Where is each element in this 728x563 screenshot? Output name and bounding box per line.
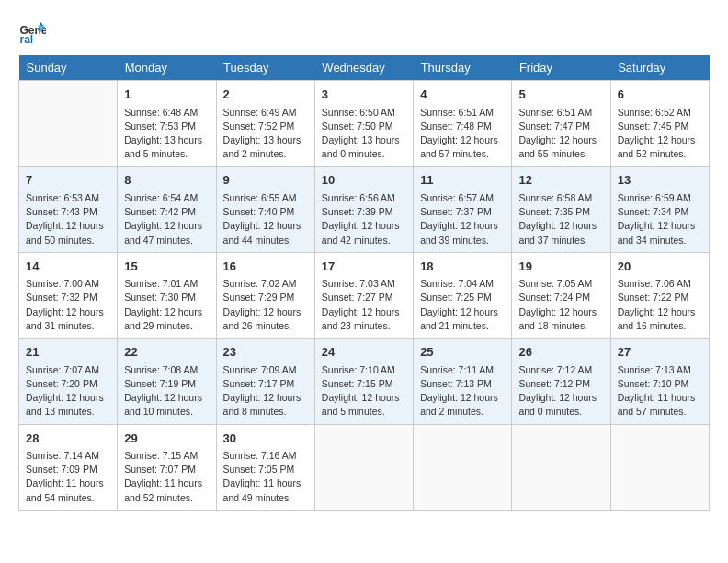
day-number: 9 [223,171,308,190]
calendar-cell: 25Sunrise: 7:11 AM Sunset: 7:13 PM Dayli… [414,339,512,424]
day-number: 26 [518,343,603,362]
calendar-cell: 4Sunrise: 6:51 AM Sunset: 7:48 PM Daylig… [414,81,512,167]
day-of-week-header: Monday [118,55,216,81]
calendar-cell: 22Sunrise: 7:08 AM Sunset: 7:19 PM Dayli… [118,339,216,424]
day-number: 21 [26,343,110,362]
calendar-week-row: 7Sunrise: 6:53 AM Sunset: 7:43 PM Daylig… [19,167,710,252]
day-info: Sunrise: 6:48 AM Sunset: 7:53 PM Dayligh… [124,106,209,162]
calendar-cell [314,424,413,510]
day-of-week-header: Tuesday [216,55,314,81]
day-info: Sunrise: 6:58 AM Sunset: 7:35 PM Dayligh… [518,191,603,247]
calendar-cell [19,81,118,167]
day-info: Sunrise: 6:49 AM Sunset: 7:52 PM Dayligh… [223,106,308,162]
calendar-cell: 19Sunrise: 7:05 AM Sunset: 7:24 PM Dayli… [512,252,610,338]
day-info: Sunrise: 7:15 AM Sunset: 7:07 PM Dayligh… [124,449,209,505]
calendar-cell: 28Sunrise: 7:14 AM Sunset: 7:09 PM Dayli… [19,424,118,510]
day-info: Sunrise: 7:14 AM Sunset: 7:09 PM Dayligh… [26,449,110,505]
calendar-cell: 15Sunrise: 7:01 AM Sunset: 7:30 PM Dayli… [118,252,216,338]
calendar-cell [512,424,610,510]
calendar-cell: 6Sunrise: 6:52 AM Sunset: 7:45 PM Daylig… [610,81,709,167]
calendar-cell: 1Sunrise: 6:48 AM Sunset: 7:53 PM Daylig… [118,81,216,167]
day-info: Sunrise: 6:56 AM Sunset: 7:39 PM Dayligh… [322,191,406,247]
day-of-week-header: Sunday [19,55,118,81]
svg-text:ral: ral [20,33,34,46]
day-number: 4 [420,86,505,104]
calendar-cell: 23Sunrise: 7:09 AM Sunset: 7:17 PM Dayli… [216,339,314,424]
days-header-row: SundayMondayTuesdayWednesdayThursdayFrid… [19,55,710,81]
calendar-cell: 11Sunrise: 6:57 AM Sunset: 7:37 PM Dayli… [414,167,512,252]
calendar-cell: 17Sunrise: 7:03 AM Sunset: 7:27 PM Dayli… [314,252,413,338]
day-number: 20 [618,258,702,276]
day-info: Sunrise: 6:57 AM Sunset: 7:37 PM Dayligh… [420,191,505,247]
calendar-table: SundayMondayTuesdayWednesdayThursdayFrid… [18,55,710,511]
day-info: Sunrise: 7:11 AM Sunset: 7:13 PM Dayligh… [420,363,505,419]
calendar-cell: 18Sunrise: 7:04 AM Sunset: 7:25 PM Dayli… [414,252,512,338]
calendar-cell: 16Sunrise: 7:02 AM Sunset: 7:29 PM Dayli… [216,252,314,338]
day-info: Sunrise: 7:10 AM Sunset: 7:15 PM Dayligh… [322,363,406,419]
day-info: Sunrise: 6:53 AM Sunset: 7:43 PM Dayligh… [26,191,110,247]
day-of-week-header: Friday [512,55,610,81]
day-info: Sunrise: 7:05 AM Sunset: 7:24 PM Dayligh… [518,277,603,333]
day-info: Sunrise: 7:07 AM Sunset: 7:20 PM Dayligh… [26,363,110,419]
calendar-cell: 26Sunrise: 7:12 AM Sunset: 7:12 PM Dayli… [512,339,610,424]
day-of-week-header: Thursday [414,55,512,81]
day-info: Sunrise: 6:51 AM Sunset: 7:47 PM Dayligh… [518,106,603,162]
day-info: Sunrise: 7:09 AM Sunset: 7:17 PM Dayligh… [223,363,308,419]
day-number: 24 [322,343,406,362]
day-info: Sunrise: 7:06 AM Sunset: 7:22 PM Dayligh… [618,277,702,333]
calendar-cell: 21Sunrise: 7:07 AM Sunset: 7:20 PM Dayli… [19,339,118,424]
day-number: 12 [518,171,603,190]
day-info: Sunrise: 7:12 AM Sunset: 7:12 PM Dayligh… [518,363,603,419]
day-number: 19 [518,258,603,276]
calendar-cell: 30Sunrise: 7:16 AM Sunset: 7:05 PM Dayli… [216,424,314,510]
day-number: 15 [124,258,209,276]
calendar-cell: 10Sunrise: 6:56 AM Sunset: 7:39 PM Dayli… [314,167,413,252]
calendar-cell: 20Sunrise: 7:06 AM Sunset: 7:22 PM Dayli… [610,252,709,338]
day-number: 29 [124,430,209,448]
day-info: Sunrise: 7:02 AM Sunset: 7:29 PM Dayligh… [223,277,308,333]
calendar-cell: 3Sunrise: 6:50 AM Sunset: 7:50 PM Daylig… [314,81,413,167]
day-number: 22 [124,343,209,362]
calendar-cell: 8Sunrise: 6:54 AM Sunset: 7:42 PM Daylig… [118,167,216,252]
day-info: Sunrise: 7:08 AM Sunset: 7:19 PM Dayligh… [124,363,209,419]
calendar-cell: 5Sunrise: 6:51 AM Sunset: 7:47 PM Daylig… [512,81,610,167]
day-number: 16 [223,258,308,276]
calendar-week-row: 14Sunrise: 7:00 AM Sunset: 7:32 PM Dayli… [19,252,710,338]
day-number: 7 [26,171,110,190]
day-number: 10 [322,171,406,190]
day-info: Sunrise: 6:51 AM Sunset: 7:48 PM Dayligh… [420,106,505,162]
day-number: 13 [618,171,702,190]
logo: Gene ral [18,18,50,46]
day-number: 6 [618,86,702,104]
day-number: 2 [223,86,308,104]
day-number: 30 [223,430,308,448]
logo-icon: Gene ral [18,18,46,46]
day-of-week-header: Wednesday [314,55,413,81]
calendar-cell: 7Sunrise: 6:53 AM Sunset: 7:43 PM Daylig… [19,167,118,252]
day-info: Sunrise: 6:52 AM Sunset: 7:45 PM Dayligh… [618,106,702,162]
day-info: Sunrise: 6:50 AM Sunset: 7:50 PM Dayligh… [322,106,406,162]
day-number: 23 [223,343,308,362]
day-number: 11 [420,171,505,190]
day-number: 1 [124,86,209,104]
day-info: Sunrise: 7:00 AM Sunset: 7:32 PM Dayligh… [26,277,110,333]
day-info: Sunrise: 7:01 AM Sunset: 7:30 PM Dayligh… [124,277,209,333]
day-number: 14 [26,258,110,276]
calendar-cell: 27Sunrise: 7:13 AM Sunset: 7:10 PM Dayli… [610,339,709,424]
calendar-cell [414,424,512,510]
day-number: 17 [322,258,406,276]
calendar-cell: 2Sunrise: 6:49 AM Sunset: 7:52 PM Daylig… [216,81,314,167]
day-number: 27 [618,343,702,362]
calendar-cell: 13Sunrise: 6:59 AM Sunset: 7:34 PM Dayli… [610,167,709,252]
page-header: Gene ral [18,18,710,46]
day-number: 8 [124,171,209,190]
day-info: Sunrise: 6:59 AM Sunset: 7:34 PM Dayligh… [618,191,702,247]
calendar-cell: 9Sunrise: 6:55 AM Sunset: 7:40 PM Daylig… [216,167,314,252]
day-number: 25 [420,343,505,362]
calendar-cell [610,424,709,510]
day-number: 28 [26,430,110,448]
calendar-cell: 24Sunrise: 7:10 AM Sunset: 7:15 PM Dayli… [314,339,413,424]
day-info: Sunrise: 7:13 AM Sunset: 7:10 PM Dayligh… [618,363,702,419]
calendar-week-row: 21Sunrise: 7:07 AM Sunset: 7:20 PM Dayli… [19,339,710,424]
day-number: 18 [420,258,505,276]
